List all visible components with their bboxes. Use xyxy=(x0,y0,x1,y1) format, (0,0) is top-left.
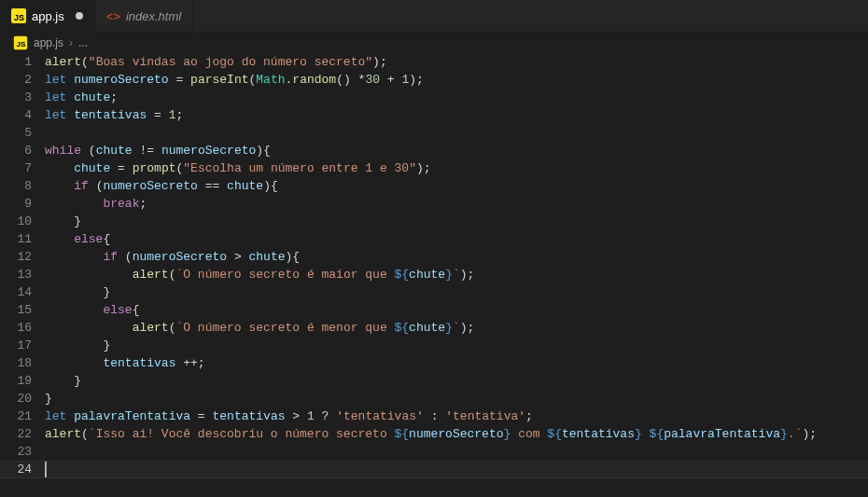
html-icon: <> xyxy=(106,9,120,23)
line-number: 9 xyxy=(0,195,32,213)
line-number: 13 xyxy=(0,266,32,283)
breadcrumb-trail: ... xyxy=(78,36,88,49)
line-number: 22 xyxy=(0,425,32,443)
line-number: 8 xyxy=(0,177,32,195)
chevron-right-icon: › xyxy=(69,36,73,49)
line-number: 4 xyxy=(0,106,32,124)
js-icon: JS xyxy=(14,36,27,49)
line-number: 18 xyxy=(0,354,32,372)
line-number: 14 xyxy=(0,283,32,301)
line-number: 1 xyxy=(0,53,32,71)
tab-index-html[interactable]: <> index.html xyxy=(95,0,193,32)
line-number: 12 xyxy=(0,248,32,266)
line-number: 2 xyxy=(0,71,32,89)
line-number: 7 xyxy=(0,159,32,177)
code-content[interactable]: alert("Boas vindas ao jogo do número sec… xyxy=(45,53,868,478)
line-number: 21 xyxy=(0,407,32,425)
line-number: 11 xyxy=(0,230,32,248)
tab-label: app.js xyxy=(32,9,64,23)
tab-app-js[interactable]: JS app.js xyxy=(0,0,95,32)
breadcrumb-file: app.js xyxy=(34,36,63,49)
tab-bar: JS app.js <> index.html xyxy=(0,0,868,33)
line-number: 5 xyxy=(0,124,32,142)
line-number: 10 xyxy=(0,213,32,230)
line-gutter: 123456789101112131415161718192021222324 xyxy=(0,53,45,478)
breadcrumb[interactable]: JS app.js › ... xyxy=(0,33,868,53)
line-number: 16 xyxy=(0,319,32,337)
js-icon: JS xyxy=(11,8,26,23)
line-number: 3 xyxy=(0,89,32,106)
active-line-highlight xyxy=(0,461,868,478)
line-number: 19 xyxy=(0,372,32,390)
dirty-dot-icon xyxy=(76,12,83,20)
code-editor[interactable]: 123456789101112131415161718192021222324 … xyxy=(0,53,868,478)
tab-label: index.html xyxy=(126,9,181,23)
line-number: 23 xyxy=(0,443,32,461)
line-number: 20 xyxy=(0,390,32,407)
line-number: 6 xyxy=(0,142,32,159)
line-number: 15 xyxy=(0,301,32,319)
line-number: 17 xyxy=(0,337,32,354)
